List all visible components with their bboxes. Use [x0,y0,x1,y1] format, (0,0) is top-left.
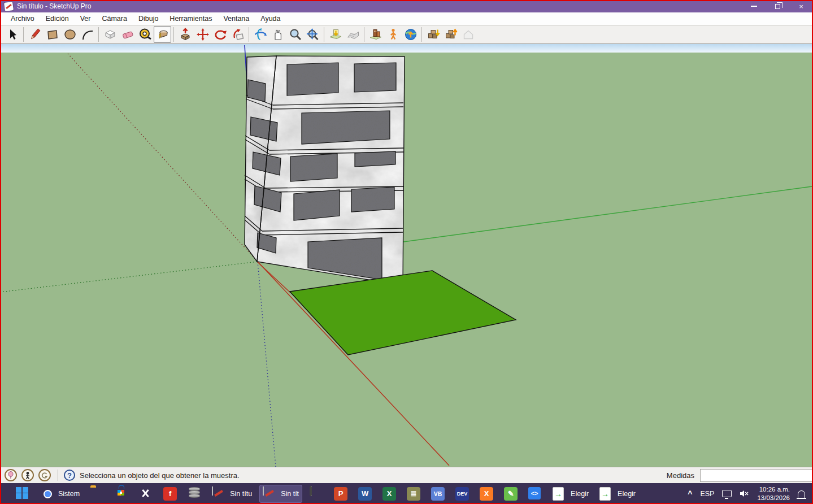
taskbar-green-notes-app[interactable]: ✎ [501,485,521,503]
notification-bell-icon[interactable] [798,490,805,498]
menu-ventana[interactable]: Ventana [218,14,254,24]
sky [0,44,813,53]
taskbar-file-explorer[interactable] [87,485,107,503]
status-message: Selecciona un objeto del que obtener la … [80,471,240,480]
share-models-tool-icon[interactable] [442,26,459,43]
help-question-icon[interactable]: ? [64,470,75,481]
get-models-tool-icon[interactable] [424,26,442,43]
toolbar-separator [98,27,99,42]
taskbar-chrome[interactable]: Sistem [37,485,83,503]
push-pull-tool-icon[interactable] [176,26,194,43]
3d-viewport[interactable] [0,44,813,467]
restore-button[interactable] [766,0,789,12]
xampp-icon: X [480,487,493,501]
menu-archivo[interactable]: Archivo [6,14,40,24]
tape-measure-tool-icon[interactable] [136,26,154,43]
start-button-icon [16,487,29,501]
window-title: Sin título - SketchUp Pro [17,2,91,10]
taskbar-checkered-app[interactable] [306,485,327,503]
pan-tool-icon[interactable] [269,26,286,43]
chrome-icon [40,487,54,501]
screen: Sin título - SketchUp Pro × ArchivoEdici… [0,0,813,504]
google-earth-tool-icon[interactable] [402,26,419,43]
arc-tool-icon[interactable] [79,26,96,43]
taskbar-database-app[interactable] [184,485,205,503]
taskbar-dev-cpp[interactable]: DEV [452,485,472,503]
taskbar-elegir-window-2[interactable]: →Elegir [596,485,639,503]
offset-tool-icon[interactable] [229,26,246,43]
menu-edicion[interactable]: Edición [41,14,74,24]
taskbar-elegir-window-1[interactable]: →Elegir [549,485,592,503]
menu-ver[interactable]: Ver [75,14,96,24]
person-credit-icon[interactable] [21,469,34,481]
geolocation-balloon-icon[interactable] [5,469,17,481]
add-location-tool-icon[interactable] [327,26,344,43]
measurements-label: Medidas [667,471,694,480]
toolbar-separator [173,27,174,42]
zoom-extents-tool-icon[interactable] [304,26,321,43]
taskbar-sketchup-window-2[interactable]: Sin tít [259,485,302,503]
yellow-machine-app-icon: ≣ [407,487,420,501]
database-app-icon [188,487,201,501]
toolbar-separator [23,27,24,42]
taskbar-word[interactable]: W [355,485,375,503]
circle-tool-icon[interactable] [61,26,79,43]
move-tool-icon[interactable] [194,26,211,43]
checkered-app-icon [310,487,323,501]
taskbar-xampp[interactable]: X [476,485,497,503]
dev-cpp-icon: DEV [455,487,469,501]
divider [58,470,58,481]
speaker-muted-icon[interactable] [740,489,749,498]
rectangle-tool-icon[interactable] [44,26,61,43]
close-button[interactable]: × [789,0,813,12]
credits-g-icon[interactable] [38,469,51,481]
model-canvas[interactable] [0,44,813,467]
taskbar-yellow-machine-app[interactable]: ≣ [403,485,424,503]
make-component-tool-icon[interactable] [101,26,119,43]
menu-camara[interactable]: Cámara [97,14,132,24]
ground-plane[interactable] [0,44,813,467]
taskbar-start-button[interactable] [12,485,33,503]
paint-bucket-tool-icon[interactable] [154,26,171,43]
sketchup-window-2-icon [263,487,276,501]
system-tray: ^ ESP 10:26 a.m. 13/03/2026 [688,485,813,502]
taskbar-excel[interactable]: X [379,485,399,503]
taskbar-label: Sin títu [230,490,252,498]
building[interactable] [240,53,410,290]
taskbar-f-red-app[interactable]: f [160,485,180,503]
select-tool-icon[interactable] [3,26,21,43]
share-component-tool-icon[interactable] [459,26,477,43]
sketchup-window-1-icon [212,487,225,501]
taskbar-visual-basic[interactable]: VB [428,485,448,503]
menu-dibujo[interactable]: Dibujo [133,14,163,24]
language-indicator[interactable]: ESP [700,490,714,498]
taskbar-blue-tools-app[interactable] [136,485,156,503]
minimize-button[interactable] [742,0,766,12]
taskbar-powerpoint[interactable]: P [331,485,351,503]
taskbar-label: Elegir [618,490,636,498]
eraser-tool-icon[interactable] [119,26,136,43]
toolbar-separator [324,27,324,42]
elegir-window-1-icon: → [553,487,566,501]
rotate-tool-icon[interactable] [211,26,229,43]
line-tool-icon[interactable] [26,26,44,43]
toolbar [0,25,813,44]
taskbar-microsoft-store[interactable] [111,485,132,503]
clock[interactable]: 10:26 a.m. 13/03/2026 [757,485,790,502]
menu-bar: ArchivoEdiciónVerCámaraDibujoHerramienta… [0,12,813,25]
tray-date: 13/03/2026 [757,494,790,502]
menu-herramientas[interactable]: Herramientas [164,14,217,24]
measurements-input[interactable] [700,469,813,482]
tray-chevron-icon[interactable]: ^ [688,489,692,498]
zoom-tool-icon[interactable] [286,26,304,43]
status-bar: ? Selecciona un objeto del que obtener l… [0,467,813,483]
orbit-tool-icon[interactable] [251,26,269,43]
taskbar-vscode[interactable]: <> [525,485,545,503]
toggle-terrain-tool-icon[interactable] [344,26,362,43]
photo-textures-tool-icon[interactable] [367,26,384,43]
blue-tools-app-icon [139,487,153,501]
network-display-icon[interactable] [722,490,732,497]
menu-ayuda[interactable]: Ayuda [255,14,285,24]
taskbar-sketchup-window-1[interactable]: Sin títu [208,485,255,503]
walk-person-tool-icon[interactable] [384,26,402,43]
